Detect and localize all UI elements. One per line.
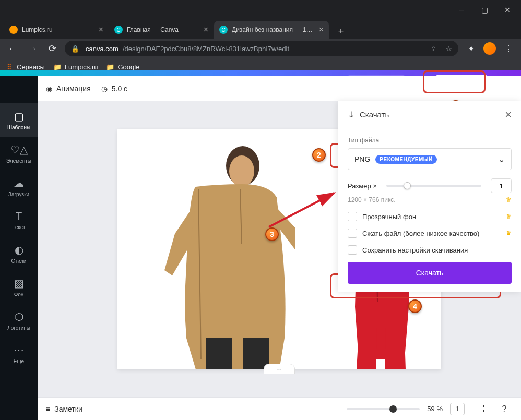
favicon-icon: C — [219, 26, 228, 34]
slider-thumb[interactable] — [389, 405, 397, 413]
nav-back-icon[interactable]: ← — [5, 43, 20, 54]
sidebar-label: Фон — [14, 292, 24, 297]
sidebar-item-styles[interactable]: ◐Стили — [0, 237, 38, 270]
notes-button[interactable]: ≡Заметки — [46, 405, 82, 413]
page-jump-handle[interactable]: ︿ — [264, 364, 295, 374]
checkbox-label: Сжать файл (более низкое качество) — [362, 230, 501, 237]
tab-title: Дизайн без названия — 1200 — [232, 26, 315, 33]
options-bar: ◉Анимация ◷5.0 с — [38, 76, 521, 101]
chevron-up-icon: ︿ — [277, 365, 282, 373]
help-button[interactable]: ? — [496, 401, 513, 417]
fullscreen-button[interactable]: ⛶ — [472, 401, 489, 417]
sidebar-item-text[interactable]: TТекст — [0, 203, 38, 237]
sparkle-icon: ◉ — [46, 85, 52, 93]
download-icon: ⤓ — [348, 110, 354, 119]
svg-point-1 — [229, 155, 254, 187]
size-slider[interactable] — [386, 185, 481, 187]
palette-icon: ◐ — [15, 244, 23, 256]
sidebar-label: Логотипы — [7, 325, 30, 331]
checkbox[interactable] — [348, 245, 357, 255]
clock-icon: ◷ — [101, 85, 108, 93]
zoom-slider[interactable] — [347, 408, 420, 410]
sidebar-label: Загрузки — [8, 191, 29, 197]
annotation-badge-3: 3 — [265, 227, 279, 241]
dimensions-text: 1200 × 766 пикс. — [348, 196, 396, 203]
close-panel-button[interactable]: × — [505, 108, 512, 122]
url-input[interactable]: 🔒 canva.com/design/DAE2pdcCbu8/8MZnRWci-… — [65, 41, 458, 56]
svg-rect-3 — [206, 338, 232, 369]
browser-tab-canva-design[interactable]: C Дизайн без названия — 1200 × — [214, 21, 329, 39]
bookmark-star-icon[interactable]: ☆ — [446, 45, 452, 53]
reload-icon[interactable]: ⟳ — [45, 43, 60, 54]
file-type-label: Тип файла — [348, 137, 512, 144]
favicon-icon — [9, 26, 18, 34]
browser-menu-icon[interactable]: ⋮ — [501, 41, 516, 56]
lock-icon: 🔒 — [71, 45, 79, 53]
sidebar-item-templates[interactable]: ▢Шаблоны — [0, 103, 38, 137]
extensions-icon[interactable]: ✦ — [464, 41, 478, 56]
close-tab-icon[interactable]: × — [204, 25, 208, 34]
notes-icon: ≡ — [46, 405, 50, 413]
page-number: 1 — [456, 405, 459, 413]
favicon-icon: C — [114, 26, 123, 34]
compress-checkbox-row[interactable]: Сжать файл (более низкое качество) ♛ — [348, 229, 512, 238]
hexagon-icon: ⬡ — [15, 310, 23, 323]
checkbox[interactable] — [348, 229, 357, 238]
recommended-badge: РЕКОМЕНДУЕМЫЙ — [375, 155, 436, 164]
checkbox-label: Сохранить настройки скачивания — [362, 246, 468, 254]
file-type-value: PNG — [354, 155, 370, 163]
sidebar-label: Элементы — [6, 158, 31, 164]
sidebar-item-more[interactable]: ⋯Еще — [0, 337, 38, 370]
checkbox[interactable] — [348, 212, 357, 221]
close-window-button[interactable]: ✕ — [496, 2, 519, 18]
save-settings-checkbox-row[interactable]: Сохранить настройки скачивания — [348, 245, 512, 255]
size-label: Размер × — [348, 182, 377, 190]
sidebar-item-logos[interactable]: ⬡Логотипы — [0, 304, 38, 337]
slider-thumb[interactable] — [404, 182, 411, 189]
url-domain: canva.com — [86, 45, 119, 53]
nav-forward-icon[interactable]: → — [25, 43, 40, 54]
browser-tab-canva-home[interactable]: C Главная — Canva × — [109, 21, 214, 39]
hatch-icon: ▨ — [14, 277, 24, 290]
annotation-badge-4: 4 — [408, 299, 422, 313]
size-input[interactable] — [491, 178, 512, 193]
time-button[interactable]: ◷5.0 с — [101, 85, 127, 93]
cloud-upload-icon: ☁ — [14, 177, 24, 189]
zoom-value[interactable]: 59 % — [427, 405, 443, 413]
file-type-select[interactable]: PNG РЕКОМЕНДУЕМЫЙ ⌄ — [348, 148, 512, 170]
time-label: 5.0 с — [112, 85, 127, 93]
checkbox-label: Прозрачный фон — [362, 213, 501, 221]
share-url-icon[interactable]: ⇪ — [431, 45, 436, 53]
address-bar-row: ← → ⟳ 🔒 canva.com/design/DAE2pdcCbu8/8MZ… — [0, 39, 521, 58]
canva-footer: ≡Заметки 59 % 1 ⛶ ? — [38, 397, 521, 420]
download-confirm-button[interactable]: Скачать — [348, 262, 512, 284]
sidebar-item-elements[interactable]: ♡△Элементы — [0, 137, 38, 170]
canvas-image-person-left[interactable] — [149, 140, 295, 369]
browser-tab-lumpics[interactable]: Lumpics.ru × — [4, 21, 109, 39]
sidebar-label: Еще — [14, 358, 24, 364]
minimize-button[interactable]: ─ — [450, 2, 473, 18]
templates-icon: ▢ — [14, 110, 24, 123]
sidebar-label: Текст — [12, 224, 25, 230]
animation-button[interactable]: ◉Анимация — [46, 85, 91, 93]
download-panel: ⤓ Скачать × Тип файла PNG РЕКОМЕНДУЕМЫЙ … — [338, 101, 521, 292]
sidebar-label: Стили — [11, 258, 27, 264]
browser-tabs: Lumpics.ru × C Главная — Canva × C Дизай… — [0, 20, 521, 39]
new-tab-button[interactable]: + — [334, 24, 348, 39]
close-tab-icon[interactable]: × — [99, 25, 103, 34]
sidebar-item-uploads[interactable]: ☁Загрузки — [0, 170, 38, 203]
maximize-button[interactable]: ▢ — [473, 2, 496, 18]
transparent-bg-checkbox-row[interactable]: Прозрачный фон ♛ — [348, 212, 512, 221]
notes-label: Заметки — [54, 405, 82, 413]
crown-icon: ♛ — [506, 196, 512, 203]
close-tab-icon[interactable]: × — [319, 25, 324, 34]
elements-icon: ♡△ — [10, 143, 28, 156]
tab-title: Lumpics.ru — [22, 26, 94, 33]
sidebar-item-background[interactable]: ▨Фон — [0, 270, 38, 304]
url-path: /design/DAE2pdcCbu8/8MZnRWci-831iawzBphI… — [123, 45, 289, 53]
chevron-down-icon: ⌄ — [498, 154, 505, 164]
panel-header: ⤓ Скачать × — [338, 101, 521, 128]
text-icon: T — [16, 210, 22, 222]
page-count-button[interactable]: 1 — [450, 403, 465, 415]
profile-avatar[interactable] — [483, 42, 496, 55]
